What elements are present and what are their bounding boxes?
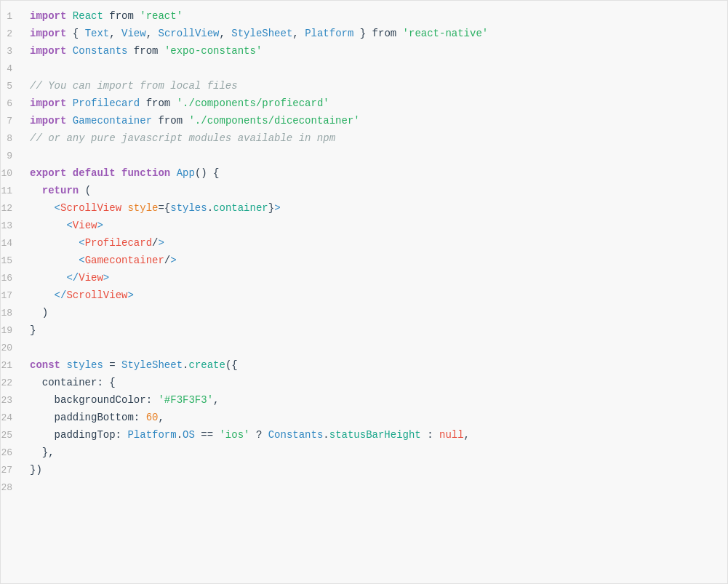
line-number: 10 — [1, 167, 30, 182]
token-tag-name: Gamecontainer — [85, 255, 164, 266]
token-plain: } — [268, 202, 274, 214]
line-content: import Profilecard from './components/pr… — [30, 95, 716, 111]
line-content: }) — [30, 462, 716, 478]
token-kw-purple: export — [30, 167, 66, 179]
token-kw-purple: default — [73, 167, 116, 179]
token-id-blue: View — [121, 28, 146, 39]
line-content: <Profilecard/> — [30, 235, 716, 251]
code-line: 15 <Gamecontainer/> — [1, 252, 727, 270]
line-content: } — [30, 322, 716, 338]
code-line: 17 </ScrollView> — [1, 287, 727, 305]
line-number: 26 — [1, 446, 30, 461]
code-line: 28 — [1, 479, 727, 497]
line-number: 21 — [1, 359, 30, 374]
line-content: import Constants from 'expo-constants' — [30, 43, 716, 59]
token-str-green: '#F3F3F3' — [158, 394, 213, 406]
token-plain — [116, 167, 121, 179]
token-tag-name: View — [73, 220, 97, 231]
token-id-blue: Constants — [73, 45, 128, 57]
token-plain: { — [66, 28, 84, 39]
line-number: 25 — [1, 428, 30, 444]
token-kw-purple: import — [30, 115, 66, 127]
line-content — [30, 148, 716, 164]
token-str-green: 'ios' — [219, 429, 249, 441]
token-tag-angle: > — [158, 237, 164, 249]
token-tag-angle: > — [127, 289, 133, 301]
token-plain: }, — [30, 447, 55, 458]
token-str-green: 'expo-constants' — [164, 45, 262, 57]
line-number: 19 — [1, 324, 30, 339]
token-plain: . — [323, 429, 329, 441]
token-plain: , — [292, 28, 305, 39]
code-line: 2import { Text, View, ScrollView, StyleS… — [1, 25, 727, 43]
code-line: 27}) — [1, 462, 727, 479]
line-content: export default function App() { — [30, 165, 716, 181]
token-plain: ? — [249, 429, 268, 441]
token-id-blue: styles — [66, 359, 103, 371]
token-plain: container: { — [30, 377, 116, 388]
token-plain: , — [213, 394, 219, 406]
code-line: 14 <Profilecard/> — [1, 235, 727, 252]
token-plain: paddingTop: — [30, 429, 127, 441]
token-str-green: './components/dicecontainer' — [188, 115, 359, 127]
token-tag-name: View — [79, 272, 103, 284]
line-number: 23 — [1, 393, 30, 409]
token-id-blue: Platform — [127, 429, 176, 441]
token-plain — [30, 255, 79, 266]
token-tag-angle: > — [170, 255, 176, 266]
line-number: 14 — [1, 236, 30, 252]
code-line: 13 <View> — [1, 217, 727, 235]
code-line: 16 </View> — [1, 270, 727, 287]
line-content: <Gamecontainer/> — [30, 252, 716, 268]
line-content: paddingTop: Platform.OS == 'ios' ? Const… — [30, 427, 716, 443]
token-attr-name: style — [127, 202, 158, 214]
token-plain: ={ — [158, 202, 170, 214]
code-line: 10export default function App() { — [1, 165, 727, 183]
token-plain — [66, 97, 72, 109]
line-content: // You can import from local files — [30, 78, 716, 94]
token-plain: ( — [79, 185, 91, 196]
token-id-blue: StyleSheet — [231, 28, 292, 39]
token-plain: } — [353, 28, 372, 39]
token-id-blue: App — [177, 167, 195, 179]
code-line: 23 backgroundColor: '#F3F3F3', — [1, 392, 727, 409]
line-content — [30, 479, 716, 495]
token-id-blue: Profilecard — [73, 97, 140, 109]
line-content: </View> — [30, 270, 716, 286]
token-kw-purple: import — [30, 45, 66, 57]
token-comment: // You can import from local files — [30, 80, 238, 92]
token-id-teal: statusBarHeight — [329, 429, 421, 441]
code-line: 1import React from 'react' — [1, 8, 727, 25]
token-id-blue: Text — [85, 28, 110, 39]
line-content: }, — [30, 444, 716, 460]
token-plain: , — [158, 412, 164, 423]
token-id-blue: Platform — [305, 28, 353, 39]
token-plain — [30, 185, 42, 196]
line-content: backgroundColor: '#F3F3F3', — [30, 392, 716, 408]
line-content: ) — [30, 305, 716, 321]
code-line: 5// You can import from local files — [1, 78, 727, 95]
line-number: 5 — [1, 79, 30, 95]
token-plain: from — [109, 10, 134, 22]
token-plain — [134, 10, 140, 22]
line-number: 11 — [1, 184, 30, 199]
line-number: 13 — [1, 219, 30, 234]
token-plain: } — [30, 324, 36, 336]
token-tag-angle: </ — [66, 272, 79, 284]
token-tag-angle: </ — [55, 289, 67, 301]
line-content: import { Text, View, ScrollView, StyleSh… — [30, 25, 716, 41]
token-id-blue: styles — [170, 202, 207, 214]
code-line: 20 — [1, 340, 727, 357]
line-content: paddingBottom: 60, — [30, 409, 716, 425]
token-id-blue: ScrollView — [158, 28, 219, 39]
code-line: 19} — [1, 322, 727, 340]
token-tag-angle: < — [66, 220, 72, 231]
line-number: 2 — [1, 27, 30, 42]
token-plain — [66, 10, 72, 22]
token-plain: paddingBottom: — [30, 412, 146, 423]
line-number: 3 — [1, 44, 30, 60]
token-plain — [170, 167, 176, 179]
line-number: 7 — [1, 114, 30, 129]
line-number: 12 — [1, 201, 30, 217]
token-kw-purple: const — [30, 359, 60, 371]
